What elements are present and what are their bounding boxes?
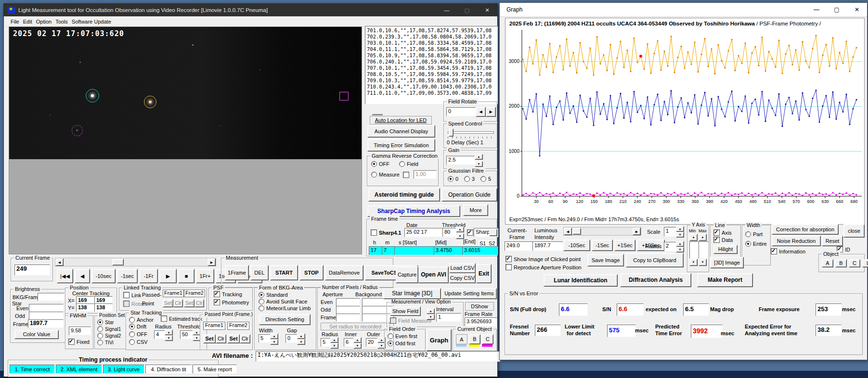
- field-measure-checkbox[interactable]: Field Measure: [390, 317, 432, 324]
- copy-csv-button[interactable]: Copy CSV: [449, 273, 476, 283]
- menu-item[interactable]: Tools: [53, 19, 70, 25]
- mid-field[interactable]: 3.4750: [434, 246, 465, 255]
- scroll-left-icon[interactable]: [564, 227, 572, 235]
- transport-button[interactable]: 1Fr+: [196, 269, 214, 283]
- menu-item[interactable]: Option: [34, 19, 53, 25]
- fwhm-value[interactable]: 9.58: [69, 327, 91, 335]
- frame-rate-value[interactable]: 3.9526693: [465, 317, 497, 327]
- spinner-down-icon[interactable]: [676, 247, 684, 252]
- spinner-up-icon[interactable]: [676, 241, 684, 247]
- spinner-down-icon[interactable]: [330, 343, 338, 349]
- audio-channel-button[interactable]: Audio Channel Display: [367, 125, 435, 138]
- set-radius-button[interactable]: Set radius to recorded: [321, 323, 390, 330]
- gaussian-5-radio[interactable]: 5: [480, 176, 491, 182]
- timing-tab[interactable]: 4. Diffraction tit: [145, 365, 192, 374]
- show-field-button[interactable]: Show Field: [390, 306, 421, 316]
- gaussian-3-radio[interactable]: 3: [464, 176, 475, 182]
- fresnel-field[interactable]: 266: [535, 325, 561, 336]
- st-csv-radio[interactable]: CSV: [129, 339, 148, 345]
- transport-button[interactable]: |◀◀: [57, 269, 73, 283]
- title-bar[interactable]: Light Measurement tool for Occultation O…: [4, 4, 497, 16]
- odd-first-radio[interactable]: Odd first: [388, 340, 415, 346]
- tracking-checkbox[interactable]: Tracking: [214, 291, 242, 297]
- speed-slider-track[interactable]: [448, 131, 494, 134]
- information-checkbox[interactable]: Information: [771, 248, 805, 254]
- gap-spinner[interactable]: [297, 333, 305, 345]
- reset-button[interactable]: Reset: [822, 236, 843, 246]
- object-select-button[interactable]: C: [849, 259, 860, 267]
- light-curve-plot[interactable]: 0100020003000306090120150180210240270300…: [505, 18, 865, 225]
- frame-scrollbar[interactable]: [55, 258, 216, 266]
- gamma-field-radio[interactable]: Field: [399, 161, 418, 167]
- update-settings-button[interactable]: Update Setting Items: [441, 288, 497, 299]
- estimated-track-checkbox[interactable]: Estimated track: [161, 315, 202, 322]
- spinner-up-icon[interactable]: [330, 337, 338, 343]
- spinner-up-icon[interactable]: [427, 308, 435, 314]
- scroll-left-icon[interactable]: [55, 258, 64, 266]
- field-rotate-value[interactable]: 0: [446, 107, 476, 116]
- gamma-measure-checkbox[interactable]: [403, 172, 411, 178]
- sharp-dropdown[interactable]: Sharp: [474, 228, 498, 237]
- measurement-button[interactable]: 1Frame: [225, 265, 249, 280]
- correction-absorption-button[interactable]: Correction for absorption: [772, 224, 839, 235]
- second-step-button[interactable]: -10Sec: [563, 239, 590, 251]
- aperture-ring-b[interactable]: [144, 96, 156, 108]
- measurement-button[interactable]: START: [270, 265, 298, 280]
- spinner-down-icon[interactable]: [270, 339, 278, 345]
- object-select-button[interactable]: L: [862, 259, 868, 267]
- chevron-down-icon[interactable]: [489, 229, 497, 236]
- auto-location-led-button[interactable]: Auto Location for LED: [370, 116, 432, 125]
- asteroid-timing-guide-button[interactable]: Asteroid timing guide: [368, 188, 440, 202]
- pset-star-radio[interactable]: Star: [97, 319, 114, 326]
- fixed-checkbox[interactable]: Fixed: [68, 339, 90, 345]
- spinner-down-icon[interactable]: [475, 161, 483, 167]
- part-radio[interactable]: Part: [745, 231, 763, 237]
- save-image-button[interactable]: Save Image: [587, 254, 624, 266]
- video-frame[interactable]: 2025 02 17 17:07:03:620: [9, 27, 362, 159]
- link-checkbox[interactable]: Link: [123, 292, 141, 298]
- scale-spinner[interactable]: [676, 226, 684, 238]
- aperture-ring-a[interactable]: [86, 89, 99, 102]
- exit-button[interactable]: Exit: [476, 264, 492, 283]
- pset-signal1-radio[interactable]: Signal1: [97, 326, 121, 332]
- lower-limit-field[interactable]: 575: [607, 325, 636, 337]
- object-c-button[interactable]: C: [482, 334, 493, 344]
- spinner-down-icon[interactable]: [297, 339, 305, 345]
- object-select-button[interactable]: A: [822, 259, 833, 267]
- timing-tab[interactable]: 1. Time correct: [10, 365, 55, 374]
- date-field[interactable]: 25 02 17: [404, 228, 443, 237]
- rotate-left-icon[interactable]: [476, 107, 486, 117]
- lt-set1-button[interactable]: Set: [163, 299, 173, 307]
- direction-setting-button[interactable]: Direction Setting: [259, 314, 311, 325]
- scroll-right-icon[interactable]: [633, 227, 641, 235]
- pp-clr2-button[interactable]: Clr: [240, 334, 250, 343]
- spinner-up-icon[interactable]: [297, 333, 305, 339]
- spinner-up-icon[interactable]: [353, 337, 362, 343]
- copy-clipboard-button[interactable]: Copy to ClipBoard: [626, 253, 684, 267]
- spinner-down-icon[interactable]: [676, 232, 684, 238]
- color-value-button[interactable]: Color Value: [14, 330, 59, 339]
- noise-reduction-button[interactable]: Noise Reduction: [772, 236, 821, 246]
- star-frame-field[interactable]: 1897.7: [28, 319, 64, 328]
- menu-item[interactable]: Software Update: [70, 19, 113, 25]
- axis-checkbox[interactable]: Axis: [713, 229, 732, 236]
- ymax-up-icon[interactable]: [699, 234, 707, 241]
- timing-tab[interactable]: 2. XML element: [56, 365, 102, 374]
- transport-button[interactable]: -1Fr: [139, 269, 158, 283]
- close-icon[interactable]: ✕: [847, 3, 867, 16]
- inner-spinner[interactable]: [353, 337, 362, 349]
- make-report-button[interactable]: Make Report: [697, 273, 753, 287]
- pp-set2-button[interactable]: Set: [227, 334, 240, 343]
- measurement-button[interactable]: DEL: [250, 265, 269, 280]
- y1-field[interactable]: 138: [76, 303, 94, 312]
- np-even-ap-field[interactable]: [336, 298, 360, 306]
- transport-button[interactable]: -10sec: [91, 269, 116, 283]
- gamma-off-radio[interactable]: OFF: [371, 161, 389, 167]
- object-select-button[interactable]: B: [835, 259, 847, 267]
- gaussian-0-radio[interactable]: 0: [448, 176, 458, 182]
- standard-radio[interactable]: Standard: [259, 292, 288, 298]
- radius-spinner[interactable]: [330, 337, 338, 349]
- open-avi-button[interactable]: Open AVI: [418, 266, 449, 283]
- drift-radio[interactable]: Drift: [129, 324, 146, 329]
- interval-field[interactable]: 1: [436, 313, 461, 322]
